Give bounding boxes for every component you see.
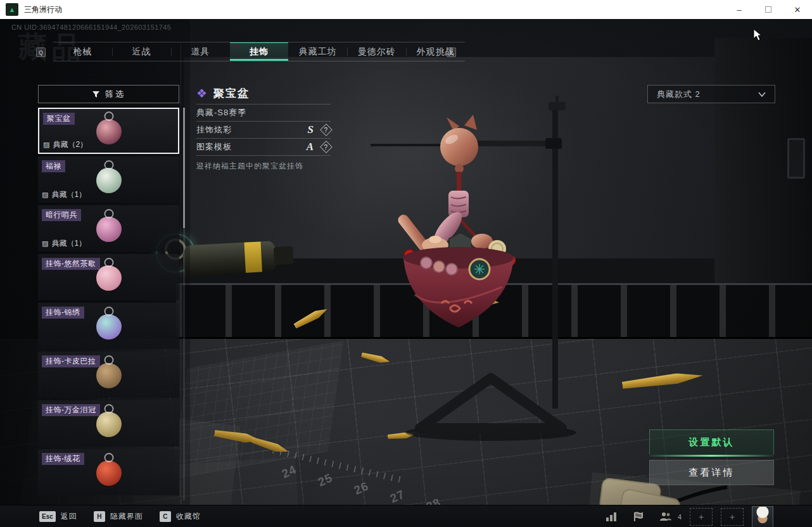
style-dropdown-value: 典藏款式 2 [657, 89, 701, 100]
charm-name-tag: 挂饰-绒花 [42, 453, 84, 465]
window-title: 三角洲行动 [24, 4, 62, 15]
key-badge: C [160, 511, 171, 522]
charm-thumbnail [96, 412, 122, 437]
charm-thumbnail [96, 460, 122, 486]
charm-3d-render [371, 86, 611, 453]
charm-thumbnail [96, 314, 122, 340]
report-button[interactable] [629, 509, 648, 525]
tab-外观挑战[interactable]: 外观挑战 [406, 42, 465, 61]
season-label: 典藏-S8赛季 [196, 107, 246, 118]
app-window: ▲ 三角洲行动 – ✕ 2425262 [0, 0, 812, 527]
collection-badge: ▨典藏（1） [42, 238, 86, 249]
grade-value: A [307, 141, 314, 153]
shortcut-H[interactable]: H隐藏界面 [94, 511, 143, 522]
detail-row: 挂饰炫彩S? [196, 121, 331, 138]
charm-thumbnail [96, 265, 122, 291]
charm-list-item[interactable]: 挂饰-绒花▨ [38, 449, 179, 495]
team-count: 4 [678, 513, 682, 521]
item-detail-panel: ❖ 聚宝盆 典藏-S8赛季 挂饰炫彩S?图案模板A? 迎祥纳福主题中的聚宝盆挂饰 [196, 82, 331, 172]
mouse-cursor [753, 29, 763, 41]
close-button[interactable]: ✕ [783, 0, 812, 19]
tab-prev-key-hint: Q [36, 48, 46, 57]
empty-team-slot[interactable]: + [690, 508, 713, 526]
charm-thumbnail [96, 119, 122, 144]
maximize-icon [765, 6, 771, 13]
charm-thumbnail [96, 168, 122, 193]
charm-name-tag: 挂饰-卡皮巴拉 [42, 355, 100, 367]
tab-挂饰[interactable]: 挂饰 [230, 42, 289, 61]
charm-name-tag: 挂饰-悠然茶歇 [42, 258, 100, 270]
flag-icon [633, 512, 643, 522]
charm-thumbnail [96, 363, 122, 388]
filter-icon [92, 91, 100, 98]
grade-value: S [308, 124, 314, 136]
charm-thumbnail [96, 217, 122, 242]
key-badge: Esc [39, 511, 56, 522]
detail-rows: 挂饰炫彩S?图案模板A? [196, 121, 331, 155]
charm-list-item[interactable]: 挂饰-悠然茶歇▨ [38, 254, 179, 300]
minimize-button[interactable]: – [725, 0, 754, 19]
maximize-button[interactable] [754, 0, 783, 19]
collection-badge: ▨典藏（2） [43, 139, 87, 150]
charm-list-item[interactable]: 挂饰-卡皮巴拉▨ [38, 352, 179, 398]
tab-曼德尔砖[interactable]: 曼德尔砖 [347, 42, 406, 61]
item-title: 聚宝盆 [213, 86, 250, 101]
shortcut-group: Esc返回H隐藏界面C收藏馆 [0, 511, 201, 522]
pattern-icon: ▨ [43, 141, 49, 149]
charm-list-item[interactable]: 暗行哨兵▨典藏（1） [38, 205, 179, 251]
charm-list: 聚宝盆▨典藏（2）福禄▨典藏（1）暗行哨兵▨典藏（1）挂饰-悠然茶歇▨挂饰-锦绣… [38, 108, 179, 503]
list-scrollbar[interactable] [183, 108, 185, 500]
tab-枪械[interactable]: 枪械 [53, 42, 112, 61]
set-default-button[interactable]: 设置默认 [649, 429, 774, 455]
tab-道具[interactable]: 道具 [171, 42, 230, 61]
key-badge: H [94, 511, 105, 522]
charm-list-item[interactable]: 聚宝盆▨典藏（2） [38, 108, 179, 154]
charm-list-item[interactable]: 挂饰-锦绣▨ [38, 303, 179, 349]
collection-badge: ▨典藏（1） [42, 189, 86, 200]
pattern-icon: ▨ [42, 191, 48, 199]
game-viewport: 242526272829 [0, 19, 812, 527]
bottom-bar: Esc返回H隐藏界面C收藏馆 [0, 505, 812, 527]
rarity-diamond-icon: ❖ [196, 86, 207, 101]
charm-name-tag: 挂饰-万金泪冠 [42, 404, 100, 416]
people-icon [659, 512, 672, 521]
detail-row: 图案模板A? [196, 138, 331, 155]
filter-button[interactable]: 筛选 [38, 85, 179, 103]
top-tabs: 枪械近战道具挂饰典藏工坊曼德尔砖外观挑战 [53, 42, 465, 61]
tab-典藏工坊[interactable]: 典藏工坊 [288, 42, 347, 61]
shortcut-Esc[interactable]: Esc返回 [39, 511, 77, 522]
stats-button[interactable] [602, 509, 621, 525]
charm-list-item[interactable]: 福禄▨典藏（1） [38, 156, 179, 203]
pattern-icon: ▨ [42, 239, 48, 248]
tab-next-key-hint: E [447, 48, 456, 57]
charm-name-tag: 聚宝盆 [43, 113, 75, 125]
account-uid: CN UID:3694748120666151944_202603151745 [11, 23, 171, 31]
help-icon[interactable]: ? [320, 124, 333, 136]
player-avatar[interactable] [752, 506, 773, 527]
crate-latch-decoration [787, 138, 805, 179]
help-icon[interactable]: ? [320, 141, 333, 153]
filter-label: 筛选 [105, 89, 125, 100]
style-dropdown[interactable]: 典藏款式 2 [647, 85, 775, 103]
chevron-down-icon [758, 92, 766, 97]
tab-近战[interactable]: 近战 [112, 42, 171, 61]
charm-name-tag: 挂饰-锦绣 [42, 307, 84, 319]
charm-list-item[interactable]: 挂饰-万金泪冠▨ [38, 400, 179, 447]
shortcut-C[interactable]: C收藏馆 [160, 511, 201, 522]
charm-name-tag: 暗行哨兵 [42, 209, 81, 221]
app-logo-icon: ▲ [6, 3, 18, 16]
window-titlebar: ▲ 三角洲行动 – ✕ [0, 0, 812, 19]
season-row: 典藏-S8赛季 [196, 104, 331, 121]
view-details-button[interactable]: 查看详情 [649, 460, 774, 485]
bar-chart-icon [606, 512, 617, 522]
charm-name-tag: 福禄 [42, 160, 65, 172]
item-description: 迎祥纳福主题中的聚宝盆挂饰 [196, 155, 331, 172]
empty-team-slot[interactable]: + [721, 508, 744, 526]
social-button[interactable] [656, 509, 675, 525]
